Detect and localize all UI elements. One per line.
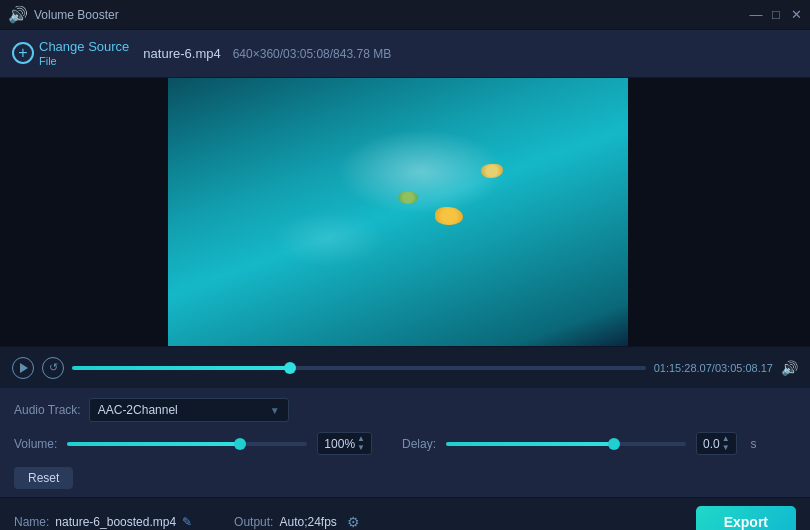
replay-button[interactable]: ↺ [42,357,64,379]
name-label: Name: [14,515,49,529]
volume-button[interactable]: 🔊 [781,360,798,376]
change-source-button[interactable]: + Change Source File [12,40,129,66]
output-section: Output: Auto;24fps ⚙ [234,511,365,531]
volume-spinner[interactable]: ▲ ▼ [357,435,365,452]
settings-button[interactable]: ⚙ [343,511,365,531]
audio-track-value: AAC-2Channel [98,403,178,417]
volume-label: Volume: [14,437,57,451]
delay-slider-fill [446,442,614,446]
export-button[interactable]: Export [696,506,796,531]
audio-track-select[interactable]: AAC-2Channel ▼ [89,398,289,422]
file-info: nature-6.mp4 640×360/03:05:08/843.78 MB [143,46,391,61]
toolbar: + Change Source File nature-6.mp4 640×36… [0,30,810,78]
edit-icon[interactable]: ✎ [182,515,192,529]
play-icon [20,363,28,373]
delay-value-display: 0.0 ▲ ▼ [696,432,737,455]
plus-symbol: + [18,45,27,61]
playback-bar: ↺ 01:15:28.07/03:05:08.17 🔊 [0,346,810,388]
minimize-button[interactable]: — [750,9,762,21]
title-bar-left: 🔊 Volume Booster [8,5,119,24]
output-value: Auto;24fps [279,515,336,529]
volume-percent-display: 100% ▲ ▼ [317,432,372,455]
video-preview [168,78,628,346]
volume-increase-button[interactable]: ▲ [357,435,365,443]
change-source-label: Change Source [39,40,129,54]
right-sidebar-dark [628,78,810,346]
volume-slider[interactable] [67,442,307,446]
left-sidebar-dark [0,78,168,346]
add-circle-icon: + [12,42,34,64]
delay-spinner[interactable]: ▲ ▼ [722,435,730,452]
delay-label: Delay: [402,437,436,451]
maximize-button[interactable]: □ [770,9,782,21]
delay-value-text: 0.0 [703,437,720,451]
change-source-file-label: File [39,55,129,67]
total-time: 03:05:08.17 [715,362,773,374]
float-object-2 [481,164,503,178]
file-meta: 640×360/03:05:08/843.78 MB [233,47,391,61]
delay-decrease-button[interactable]: ▼ [722,444,730,452]
filename: nature-6.mp4 [143,46,220,61]
progress-thumb [284,362,296,374]
window-controls: — □ ✕ [750,9,802,21]
volume-slider-fill [67,442,240,446]
float-object-3 [398,191,418,204]
controls-area: Audio Track: AAC-2Channel ▼ Volume: 100%… [0,388,810,497]
name-value: nature-6_boosted.mp4 [55,515,176,529]
replay-icon: ↺ [49,361,58,374]
float-object-1 [435,207,463,225]
volume-decrease-button[interactable]: ▼ [357,444,365,452]
delay-unit: s [751,437,757,451]
chevron-down-icon: ▼ [270,405,280,416]
volume-slider-thumb [234,438,246,450]
delay-increase-button[interactable]: ▲ [722,435,730,443]
app-icon: 🔊 [8,5,28,24]
close-button[interactable]: ✕ [790,9,802,21]
volume-percent-value: 100% [324,437,355,451]
audio-track-row: Audio Track: AAC-2Channel ▼ [14,398,796,422]
volume-row: Volume: 100% ▲ ▼ Delay: 0.0 ▲ [14,432,796,455]
delay-slider-thumb [608,438,620,450]
progress-fill [72,366,290,370]
current-time: 01:15:28.07 [654,362,712,374]
reset-button[interactable]: Reset [14,467,73,489]
title-bar: 🔊 Volume Booster — □ ✕ [0,0,810,30]
video-area [0,78,810,346]
play-button[interactable] [12,357,34,379]
video-preview-inner [168,78,628,346]
delay-slider[interactable] [446,442,686,446]
output-label: Output: [234,515,273,529]
bottom-bar: Name: nature-6_boosted.mp4 ✎ Output: Aut… [0,497,810,530]
title-text: Volume Booster [34,8,119,22]
name-section: Name: nature-6_boosted.mp4 ✎ [14,515,192,529]
audio-track-label: Audio Track: [14,403,81,417]
delay-section: Delay: 0.0 ▲ ▼ s [402,432,757,455]
progress-track[interactable] [72,366,646,370]
time-display: 01:15:28.07/03:05:08.17 [654,362,773,374]
